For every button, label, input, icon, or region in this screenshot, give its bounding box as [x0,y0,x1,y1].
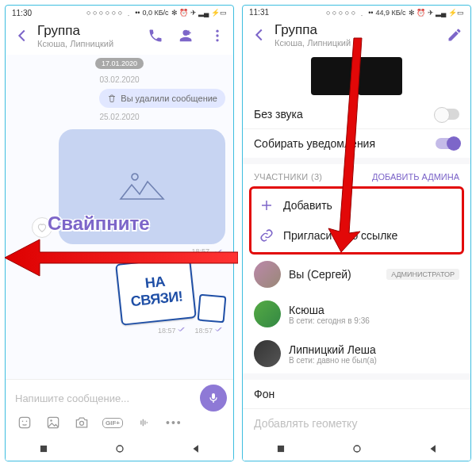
setting-background[interactable]: Фон [243,380,470,408]
message-input[interactable]: Напишите сообщение... [12,388,194,409]
toggle-mute[interactable] [436,109,459,120]
svg-point-2 [216,39,218,41]
trash-icon [107,94,117,103]
more-icon[interactable] [209,28,225,44]
date-label-2: 25.02.2020 [6,109,233,124]
status-bar: 11:30 ○ ○ ○ ○ ○ ○ •• 0,0 КБ/с ✻ ⏰ ✈ ▂▄ ⚡… [6,6,233,20]
audio-wave-icon[interactable] [136,415,153,431]
back-icon[interactable] [13,27,31,44]
group-title: Группа [274,22,440,38]
add-admin-link[interactable]: ДОБАВИТЬ АДМИНА [372,172,459,182]
compose-area: Напишите сообщение... GIF+ ••• [6,379,233,437]
android-navbar [243,438,470,461]
highlight-box: Добавить Пригласить по ссылке [249,186,464,255]
swipe-annotation-label: Свайпните [48,212,150,235]
plus-icon [259,198,274,212]
member-row[interactable]: Ксюша В сети: сегодня в 9:36 [243,294,470,334]
status-right: ○ ○ ○ ○ ○ ○ •• 0,0 КБ/с ✻ ⏰ ✈ ▂▄ ⚡▭ [86,9,227,17]
sent-check-icon [214,247,224,255]
chat-title: Группа [37,23,141,39]
svg-point-4 [22,421,24,423]
status-speed: 44,9 КБ/с [375,9,405,17]
svg-point-5 [26,421,28,423]
back-icon[interactable] [251,26,268,44]
date-pill: 17.01.2020 [95,58,144,69]
group-subtitle: Ксюша, Липницкий [274,38,440,48]
nav-back-icon[interactable] [190,443,202,454]
status-time: 11:30 [12,9,32,17]
svg-rect-11 [277,446,283,452]
status-bar: 11:31 ○ ○ ○ ○ ○ •• 44,9 КБ/с ✻ ⏰ ✈ ▂▄ ⚡▭ [243,6,470,19]
deleted-message: Вы удалили сообщение [99,89,225,108]
svg-point-7 [50,419,52,422]
nav-back-icon[interactable] [428,443,439,454]
date-label: 03.02.2020 [6,72,233,87]
sticker-small[interactable] [198,294,227,323]
avatar [254,340,281,367]
msg-time: 18:57 [191,247,224,255]
avatar [254,261,281,288]
msg-time: 18:57 [158,325,187,335]
sent-check-icon [214,325,224,333]
phone-right: 11:31 ○ ○ ○ ○ ○ •• 44,9 КБ/с ✻ ⏰ ✈ ▂▄ ⚡▭… [242,5,471,461]
avatar [254,300,281,327]
status-right: ○ ○ ○ ○ ○ •• 44,9 КБ/с ✻ ⏰ ✈ ▂▄ ⚡▭ [326,9,464,17]
android-navbar [6,437,233,461]
nav-home-icon[interactable] [351,442,363,455]
admin-badge: АДМИНИСТРАТОР [386,269,459,280]
sticker-na-svyazi[interactable]: НА СВЯЗИ! [115,256,197,326]
svg-point-10 [117,446,123,452]
sticker-panel-icon[interactable] [17,415,33,431]
group-image [358,57,402,95]
setting-smart-notify[interactable]: Собирать уведомления [243,129,470,158]
member-row[interactable]: Вы (Сергей) АДМИНИСТРАТОР [243,255,470,294]
svg-rect-9 [40,446,46,452]
add-person-icon[interactable] [178,27,195,44]
setting-geo[interactable]: Добавлять геометку [243,409,470,438]
status-time: 11:31 [249,8,269,17]
link-icon [259,228,274,243]
nav-recent-icon[interactable] [275,443,286,454]
call-icon[interactable] [148,28,163,44]
svg-point-8 [80,421,84,425]
status-speed: 0,0 КБ/с [142,9,168,17]
group-avatar-row[interactable] [243,54,470,100]
group-image [311,57,355,95]
svg-point-0 [216,30,218,33]
camera-icon[interactable] [74,415,90,431]
gallery-icon[interactable] [45,415,61,431]
add-participant-button[interactable]: Добавить [251,190,462,220]
svg-point-12 [354,446,360,452]
setting-mute[interactable]: Без звука [243,100,470,128]
chat-subtitle: Ксюша, Липницкий [37,39,141,48]
mic-button[interactable] [200,385,227,411]
svg-rect-3 [19,417,29,427]
svg-point-1 [216,34,218,36]
participants-section: УЧАСТНИКИ (3) ДОБАВИТЬ АДМИНА [243,164,470,186]
chat-header: Группа Ксюша, Липницкий [6,20,233,55]
msg-time: 18:57 [194,325,224,335]
member-row[interactable]: Липницкий Леша В сети: давно не был(а) [243,334,470,373]
more-compose-icon[interactable]: ••• [166,416,182,429]
nav-home-icon[interactable] [113,442,126,455]
group-header: Группа Ксюша, Липницкий [243,19,470,54]
edit-icon[interactable] [447,27,463,43]
nav-recent-icon[interactable] [38,443,49,454]
toggle-smart[interactable] [436,138,459,149]
invite-link-button[interactable]: Пригласить по ссылке [251,220,462,251]
sent-check-icon [177,325,186,333]
gif-icon[interactable]: GIF+ [102,418,123,428]
